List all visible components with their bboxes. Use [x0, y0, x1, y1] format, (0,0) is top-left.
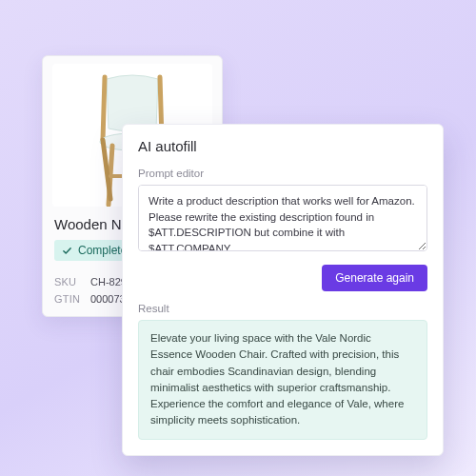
prompt-editor-label: Prompt editor — [138, 168, 427, 179]
generate-again-button[interactable]: Generate again — [322, 265, 427, 291]
result-label: Result — [138, 303, 427, 314]
gtin-label: GTIN — [54, 293, 81, 305]
ai-actions: Generate again — [138, 265, 427, 291]
sku-label: SKU — [54, 276, 81, 288]
result-output: Elevate your living space with the Vale … — [138, 320, 427, 440]
ai-autofill-panel: AI autofill Prompt editor Generate again… — [122, 124, 444, 456]
ai-panel-title: AI autofill — [138, 138, 427, 154]
prompt-editor-input[interactable] — [138, 185, 427, 251]
check-icon — [62, 246, 72, 256]
